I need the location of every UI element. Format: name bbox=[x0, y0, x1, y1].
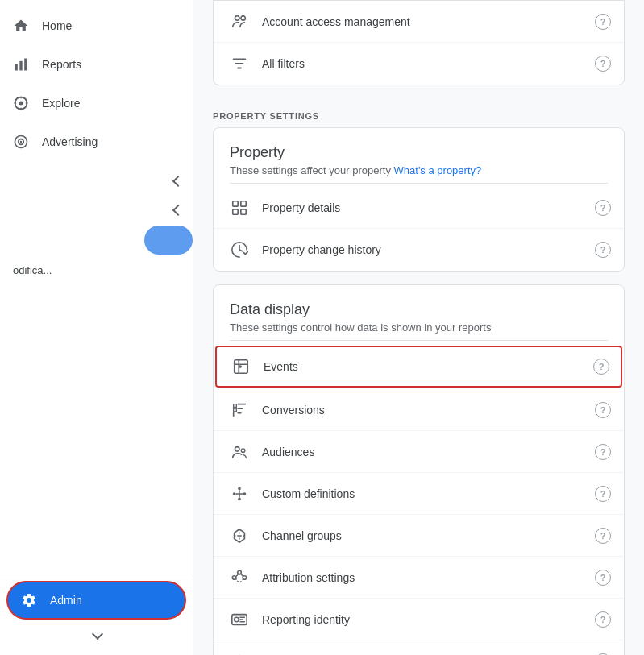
reporting-identity-label: Reporting identity bbox=[262, 613, 595, 626]
events-label: Events bbox=[264, 360, 593, 373]
svg-point-10 bbox=[241, 15, 246, 20]
data-display-card-subtitle: These settings control how data is shown… bbox=[230, 321, 608, 334]
modifica-text: odifica... bbox=[0, 258, 193, 283]
channel-groups-icon bbox=[226, 523, 252, 549]
audiences-icon bbox=[226, 439, 252, 465]
channel-groups-item[interactable]: Channel groups ? bbox=[214, 515, 624, 557]
sidebar-nav: Home Reports Ex bbox=[0, 0, 193, 574]
chevron-left-icon bbox=[89, 626, 105, 642]
chevron-up-icon-1 bbox=[170, 171, 186, 187]
svg-point-17 bbox=[233, 492, 236, 495]
account-access-item[interactable]: Account access management ? bbox=[214, 1, 624, 43]
sidebar: Home Reports Ex bbox=[0, 0, 193, 655]
sidebar-item-reports[interactable]: Reports bbox=[0, 45, 186, 84]
account-access-help-icon[interactable]: ? bbox=[595, 14, 611, 30]
reporting-identity-item[interactable]: Reporting identity ? bbox=[214, 599, 624, 640]
sidebar-item-explore-label: Explore bbox=[42, 97, 80, 110]
admin-label: Admin bbox=[50, 594, 82, 607]
events-icon bbox=[228, 354, 254, 379]
sidebar-item-advertising-label: Advertising bbox=[42, 135, 98, 148]
sidebar-item-home[interactable]: Home bbox=[0, 6, 186, 45]
svg-point-25 bbox=[235, 617, 239, 622]
reports-icon bbox=[13, 56, 29, 73]
all-filters-label: All filters bbox=[262, 57, 595, 70]
audiences-item[interactable]: Audiences ? bbox=[214, 431, 624, 473]
svg-point-16 bbox=[241, 448, 245, 452]
data-display-card: Data display These settings control how … bbox=[213, 284, 625, 655]
svg-rect-14 bbox=[241, 209, 246, 213]
property-change-history-label: Property change history bbox=[262, 243, 595, 256]
events-help-icon[interactable]: ? bbox=[593, 359, 609, 375]
sidebar-collapse-btn-2[interactable] bbox=[0, 197, 193, 219]
sidebar-bottom-chevron[interactable] bbox=[6, 620, 186, 649]
content-inner: Account access management ? All filters … bbox=[193, 0, 644, 655]
property-whats-link[interactable]: What's a property? bbox=[394, 164, 482, 176]
property-details-icon bbox=[226, 195, 252, 221]
home-icon bbox=[13, 18, 29, 34]
property-card-title: Property bbox=[230, 144, 608, 161]
sidebar-item-home-label: Home bbox=[42, 19, 72, 32]
svg-point-15 bbox=[235, 446, 240, 451]
attribution-icon bbox=[226, 565, 252, 591]
conversions-item[interactable]: Conversions ? bbox=[214, 389, 624, 431]
svg-rect-2 bbox=[24, 59, 27, 71]
main-content: Account access management ? All filters … bbox=[193, 0, 644, 655]
custom-definitions-help-icon[interactable]: ? bbox=[595, 486, 611, 502]
custom-definitions-label: Custom definitions bbox=[262, 487, 595, 500]
property-history-help-icon[interactable]: ? bbox=[595, 242, 611, 258]
property-card-subtitle: These settings affect your property What… bbox=[230, 164, 608, 176]
admin-button[interactable]: Admin bbox=[6, 581, 186, 620]
property-card: Property These settings affect your prop… bbox=[213, 127, 625, 272]
svg-point-23 bbox=[243, 575, 247, 579]
property-settings-header: PROPERTY SETTINGS bbox=[213, 98, 625, 127]
reporting-identity-help-icon[interactable]: ? bbox=[595, 611, 611, 628]
svg-point-19 bbox=[243, 492, 247, 495]
data-display-card-header: Data display These settings control how … bbox=[214, 285, 624, 344]
svg-point-4 bbox=[19, 102, 23, 106]
admin-gear-icon bbox=[21, 592, 37, 608]
debug-view-item[interactable]: DebugView ? bbox=[214, 640, 624, 655]
svg-point-22 bbox=[238, 570, 242, 574]
attribution-settings-label: Attribution settings bbox=[262, 571, 595, 584]
explore-icon bbox=[13, 95, 29, 111]
conversions-label: Conversions bbox=[262, 404, 595, 417]
property-details-help-icon[interactable]: ? bbox=[595, 200, 611, 216]
all-filters-item[interactable]: All filters ? bbox=[214, 43, 624, 85]
top-items-card: Account access management ? All filters … bbox=[213, 0, 625, 85]
sidebar-item-advertising[interactable]: Advertising bbox=[0, 122, 186, 161]
property-change-history-item[interactable]: Property change history ? bbox=[214, 229, 624, 271]
attribution-settings-item[interactable]: Attribution settings ? bbox=[214, 557, 624, 599]
svg-rect-11 bbox=[233, 201, 238, 205]
audiences-help-icon[interactable]: ? bbox=[595, 444, 611, 460]
svg-point-18 bbox=[238, 487, 241, 490]
all-filters-help-icon[interactable]: ? bbox=[595, 56, 611, 72]
conversions-help-icon[interactable]: ? bbox=[595, 402, 611, 418]
filter-icon bbox=[226, 51, 252, 77]
data-display-card-divider bbox=[230, 340, 608, 341]
svg-rect-1 bbox=[19, 61, 22, 71]
audiences-label: Audiences bbox=[262, 446, 595, 458]
chevron-up-icon-2 bbox=[170, 200, 186, 216]
custom-definitions-item[interactable]: Custom definitions ? bbox=[214, 473, 624, 515]
property-details-label: Property details bbox=[262, 201, 595, 214]
svg-point-8 bbox=[20, 141, 23, 143]
account-access-icon bbox=[226, 9, 252, 35]
account-access-label: Account access management bbox=[262, 15, 595, 28]
svg-rect-12 bbox=[241, 201, 246, 205]
channel-groups-help-icon[interactable]: ? bbox=[595, 528, 611, 544]
events-item[interactable]: Events ? bbox=[215, 346, 622, 388]
property-history-icon bbox=[226, 237, 252, 263]
channel-groups-label: Channel groups bbox=[262, 529, 595, 542]
sidebar-item-explore[interactable]: Explore bbox=[0, 84, 186, 122]
custom-definitions-icon bbox=[226, 481, 252, 507]
data-display-card-title: Data display bbox=[230, 301, 608, 318]
property-card-header: Property These settings affect your prop… bbox=[214, 128, 624, 187]
property-details-item[interactable]: Property details ? bbox=[214, 187, 624, 229]
attribution-settings-help-icon[interactable]: ? bbox=[595, 570, 611, 586]
svg-rect-0 bbox=[15, 64, 18, 71]
sidebar-item-reports-label: Reports bbox=[42, 58, 81, 71]
advertising-icon bbox=[13, 134, 29, 150]
sidebar-collapse-btn-1[interactable] bbox=[0, 168, 193, 190]
property-card-divider bbox=[230, 183, 608, 184]
svg-rect-13 bbox=[233, 209, 238, 213]
